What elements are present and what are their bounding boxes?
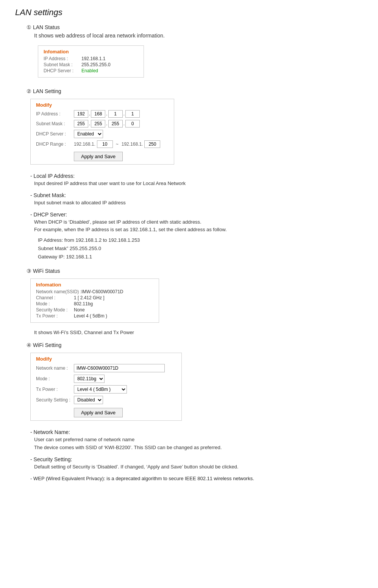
lan-bullet-dhcp-desc2: For example, when the IP address is set …	[30, 226, 363, 234]
lan-dhcp-range-row: DHCP Range : 192.168.1. ~ 192.168.1.	[36, 140, 169, 148]
wifi-network-name-row: Network name :	[36, 364, 176, 372]
lan-bullet-local-ip-title: - Local IP Address:	[30, 173, 363, 179]
wifi-mode-row: Mode : 802.11bg	[36, 301, 153, 306]
wifi-security-label: Security Setting :	[36, 397, 74, 403]
lan-dhcp-range-label: DHCP Range :	[36, 142, 74, 147]
wifi-mode-value: 802.11bg	[74, 301, 93, 306]
wifi-status-info-box: Infomation Network name(SSID) : IMW-C600…	[30, 278, 159, 323]
lan-status-info-title: Infomation	[44, 49, 138, 54]
wifi-status-info-title: Infomation	[36, 282, 153, 288]
wifi-bullet-security-desc: Default setting of Security is ‘Disabled…	[30, 463, 363, 471]
wifi-channel-row: Channel : 1 [ 2.412 GHz ]	[36, 295, 153, 300]
wifi-security-row: Security Mode : None	[36, 307, 153, 313]
lan-subnet-label: Subnet Mask :	[36, 121, 74, 126]
info-subnet-label: Subnet Mask :	[44, 62, 81, 67]
wifi-bullet-wep: - WEP (Wired Equivalent Privacy): is a d…	[27, 476, 363, 481]
wifi-mode-row: Mode : 802.11bg 802.11b 802.11g 802.11n	[36, 375, 176, 383]
lan-ip-oct4[interactable]	[125, 110, 140, 118]
section3-label: ③ WiFi Status	[27, 268, 363, 274]
wifi-txpower-row: Tx Power : Level 4 ( 5dBm )	[36, 313, 153, 319]
info-dhcp-value: Enabled	[81, 68, 98, 73]
section2-label: ② LAN Setting	[27, 88, 363, 94]
wifi-bullet-security: - Security Setting: Default setting of S…	[27, 456, 363, 471]
lan-status-info-box: Infomation IP Address : 192.168.1.1 Subn…	[38, 45, 144, 78]
lan-bullet-dhcp-desc1: When DHCP is ‘Disabled’, please set IP a…	[30, 218, 363, 226]
lan-dhcp-server-select[interactable]: Enabled Disabled	[74, 130, 103, 138]
wifi-bullet-wep-title: - WEP (Wired Equivalent Privacy):	[30, 476, 105, 481]
wifi-bullet-network-name-desc2: The device comes with SSID of ‘KWI-B2200…	[30, 444, 363, 452]
wifi-setting-modify-box: Modify Network name : Mode : 802.11bg 80…	[30, 353, 182, 421]
info-row-ip: IP Address : 192.168.1.1	[44, 56, 138, 61]
lan-subnet-oct2[interactable]	[91, 120, 105, 128]
dhcp-end[interactable]	[144, 140, 160, 148]
wifi-ssid-label: Network name(SSID) :	[36, 289, 81, 294]
wifi-bullet-network-name-title: - Network Name:	[30, 429, 363, 435]
section-wifi-status: ③ WiFi Status Infomation Network name(SS…	[15, 268, 363, 335]
page-title: LAN settings	[15, 8, 363, 17]
lan-bullet-local-ip-desc: Input desired IP address that user want …	[30, 180, 363, 188]
lan-ip-oct3[interactable]	[108, 110, 123, 118]
wifi-security-row: Security Setting : Disabled WEP WPA	[36, 396, 176, 404]
section-wifi-setting: ④ WiFi Setting Modify Network name : Mod…	[15, 342, 363, 481]
lan-ip-oct1[interactable]	[74, 110, 88, 118]
wifi-network-name-input[interactable]	[74, 364, 165, 372]
lan-subnet-oct1[interactable]	[74, 120, 88, 128]
wifi-mode-label: Mode :	[36, 376, 74, 381]
lan-bullet-subnet-desc: Input subnet mask to allocated IP addres…	[30, 199, 363, 207]
info-ip-label: IP Address :	[44, 56, 81, 61]
info-row-dhcp: DHCP Server : Enabled	[44, 68, 138, 73]
wifi-bullet-network-name-desc1: User can set preferred name of network n…	[30, 436, 363, 444]
dhcp-prefix2: 192.168.1.	[122, 142, 143, 147]
wifi-tx-row: Tx Power : Level 4 ( 5dBm ) Level 3 ( 4d…	[36, 385, 176, 394]
lan-ip-label: IP Address :	[36, 111, 74, 117]
wifi-txpower-label: Tx Power :	[36, 313, 74, 319]
lan-bullet-dhcp-title: - DHCP Server:	[30, 212, 363, 218]
info-row-subnet: Subnet Mask : 255.255.255.0	[44, 62, 138, 67]
dhcp-extra-2: Gateway IP: 192.168.1.1	[38, 253, 363, 261]
section1-desc: It shows web address of local area netwo…	[27, 33, 363, 39]
wifi-bullet-network-name: - Network Name: User can set preferred n…	[27, 429, 363, 452]
lan-setting-modify-box: Modify IP Address : . . . Subnet Mask : …	[30, 99, 174, 165]
lan-ip-row: IP Address : . . .	[36, 110, 169, 118]
wifi-setting-modify-title: Modify	[36, 356, 176, 362]
lan-subnet-row: Subnet Mask : . . .	[36, 120, 169, 128]
wifi-network-name-label: Network name :	[36, 366, 74, 371]
wifi-security-value: None	[74, 307, 85, 313]
wifi-tx-label: Tx Power :	[36, 387, 74, 392]
section1-label: ① LAN Status	[27, 24, 363, 30]
wifi-mode-select[interactable]: 802.11bg 802.11b 802.11g 802.11n	[74, 375, 105, 383]
section-lan-setting: ② LAN Setting Modify IP Address : . . . …	[15, 88, 363, 261]
lan-subnet-oct3[interactable]	[108, 120, 123, 128]
wifi-security-select[interactable]: Disabled WEP WPA	[74, 396, 103, 404]
lan-bullet-subnet-title: - Subnet Mask:	[30, 192, 363, 198]
section-lan-status: ① LAN Status It shows web address of loc…	[15, 24, 363, 81]
info-subnet-value: 255.255.255.0	[81, 62, 111, 67]
info-dhcp-label: DHCP Server :	[44, 68, 81, 73]
wifi-apply-save-button[interactable]: Apply and Save	[74, 408, 123, 417]
lan-dhcp-server-label: DHCP Server :	[36, 131, 74, 137]
lan-ip-inputs: . . .	[74, 110, 140, 118]
wifi-status-note: It shows Wi-Fi’s SSID, Channel and Tx Po…	[27, 330, 363, 335]
dhcp-prefix1: 192.168.1.	[74, 142, 95, 147]
lan-apply-save-button[interactable]: Apply and Save	[74, 152, 123, 161]
wifi-txpower-value: Level 4 ( 5dBm )	[74, 313, 107, 319]
lan-dhcp-range: 192.168.1. ~ 192.168.1.	[74, 140, 160, 148]
lan-subnet-oct4[interactable]	[125, 120, 140, 128]
lan-bullet-dhcp-extra: IP Address: from 192.168.1.2 to 192.168.…	[30, 236, 363, 261]
wifi-channel-label: Channel :	[36, 295, 74, 300]
dhcp-sep: ~	[116, 142, 119, 147]
dhcp-extra-1: Subnet Mask” 255.255.255.0	[38, 244, 363, 253]
lan-ip-oct2[interactable]	[91, 110, 105, 118]
wifi-tx-select[interactable]: Level 4 ( 5dBm ) Level 3 ( 4dBm ) Level …	[74, 385, 127, 394]
dhcp-start[interactable]	[97, 140, 113, 148]
wifi-mode-label: Mode :	[36, 301, 74, 306]
dhcp-extra-0: IP Address: from 192.168.1.2 to 192.168.…	[38, 236, 363, 244]
wifi-ssid-value: IMW-C600W00071D	[81, 289, 123, 294]
wifi-channel-value: 1 [ 2.412 GHz ]	[74, 295, 105, 300]
info-ip-value: 192.168.1.1	[81, 56, 105, 61]
lan-dhcp-server-row: DHCP Server : Enabled Disabled	[36, 130, 169, 138]
lan-setting-modify-title: Modify	[36, 102, 169, 108]
wifi-bullet-wep-desc: is a deprecated algorithm to secure IEEE…	[106, 476, 254, 481]
section4-label: ④ WiFi Setting	[27, 342, 363, 348]
lan-bullet-subnet: - Subnet Mask: Input subnet mask to allo…	[27, 192, 363, 207]
